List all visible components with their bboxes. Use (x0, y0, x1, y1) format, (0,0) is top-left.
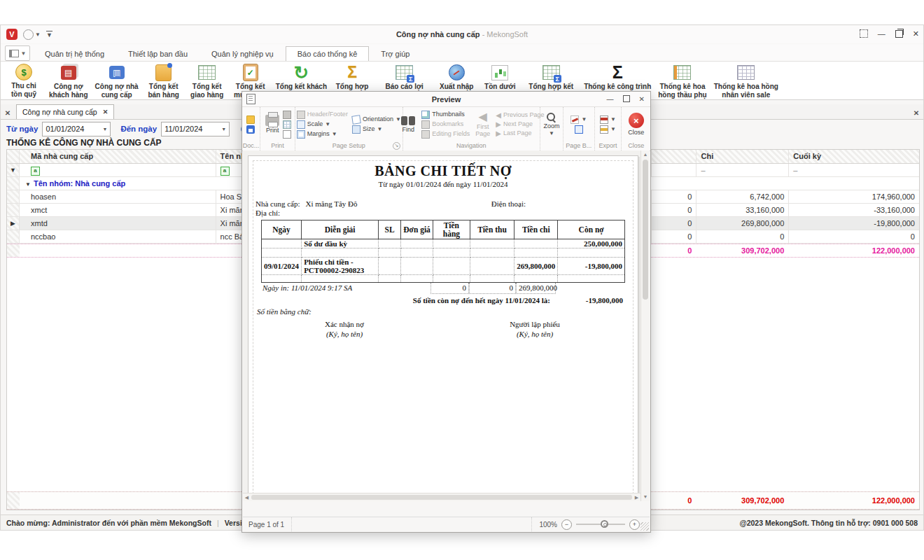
orientation-button[interactable]: Orientation ▼ (352, 115, 401, 124)
button-tong-ket-giao-hang[interactable]: Tổng kếtgiao hàng (186, 62, 229, 99)
resize-grip[interactable] (640, 522, 649, 531)
filter-dash: – (793, 166, 797, 174)
thu-cell: 0 (652, 230, 697, 243)
header-indicator-cell (7, 150, 20, 163)
close-document-button[interactable]: ✕ (909, 106, 923, 119)
zoom-label[interactable]: Zoom (543, 122, 559, 130)
close-tab-icon[interactable]: ✕ (103, 108, 108, 115)
size-label: Size (363, 125, 375, 133)
preview-maximize-button[interactable] (623, 95, 630, 102)
quick-print-icon[interactable] (283, 111, 291, 119)
tab-thiet-lap-ban-dau[interactable]: Thiết lập ban đầu (116, 46, 200, 61)
dialog-launcher-icon[interactable]: ↘ (393, 142, 400, 150)
close-window-button[interactable]: ✕ (913, 27, 919, 40)
report-title: BẢNG CHI TIẾT NỢ (255, 163, 631, 179)
restore-button[interactable] (895, 30, 903, 38)
horizontal-scrollbar[interactable]: ◀ ▶ (243, 493, 640, 501)
scroll-down-icon[interactable]: ▼ (641, 493, 650, 501)
export-document-button[interactable]: ▼ (600, 115, 616, 124)
column-header-ma-ncc[interactable]: Mã nhà cung cấp (20, 150, 216, 163)
column-header-chi[interactable]: Chi (696, 150, 789, 163)
tab-quan-ly-nghiep-vu[interactable]: Quản lý nghiệp vụ (200, 46, 286, 61)
chevron-down-icon[interactable]: ▼ (102, 127, 107, 132)
send-email-button[interactable]: ▼ (600, 125, 616, 134)
close-preview-label[interactable]: Close (628, 129, 644, 136)
scale-button[interactable]: Scale ▼ (297, 120, 348, 129)
watermark-button[interactable]: ▼ (570, 115, 587, 124)
preview-document-area: BẢNG CHI TIẾT NỢ Từ ngày 01/01/2024 đến … (243, 150, 650, 501)
margins-button[interactable]: Margins ▼ (297, 130, 348, 139)
thumbnails-button[interactable]: Thumbnails (421, 111, 470, 119)
close-all-tabs-button[interactable]: ✕ (1, 106, 15, 119)
layout-switch-button[interactable]: ▼ (5, 46, 30, 61)
last-page-button: ▶Last Page (496, 130, 544, 137)
column-header-thu[interactable] (652, 150, 697, 163)
filter-cell-chi[interactable]: – (696, 164, 789, 176)
thumbnails-icon (421, 111, 430, 119)
scrollbar-thumb[interactable] (251, 495, 632, 500)
preview-title-text: Preview (242, 95, 650, 104)
customize-qat-button[interactable]: ▼ (46, 31, 52, 38)
zoom-in-button[interactable]: + (629, 519, 640, 530)
qat-button[interactable]: ▼ (23, 29, 41, 40)
button-thu-chi-ton-quy[interactable]: Thu chitồn quỹ (2, 62, 46, 99)
minimize-button[interactable]: — (878, 27, 886, 40)
vertical-scrollbar[interactable]: ▲ ▼ (640, 150, 650, 501)
scrollbar-thumb[interactable] (643, 160, 648, 300)
print-selection-icon[interactable] (283, 120, 291, 129)
filter-cell-thu[interactable] (652, 164, 697, 176)
chevron-down-icon[interactable]: ▼ (549, 130, 554, 136)
button-hoa-hong-thau-phu[interactable]: Thống kê hoahồng thầu phụ (654, 62, 710, 99)
to-date-input[interactable]: 11/01/2024 ▼ (161, 122, 230, 136)
closing-balance-line: Số tiền còn nợ đến hết ngày 11/01/2024 l… (261, 296, 625, 304)
group-navigation: Find Thumbnails Bookmarks Editing Fields… (403, 107, 540, 150)
filter-cell-cuoiky[interactable]: – (789, 164, 919, 176)
close-preview-icon[interactable]: × (629, 113, 644, 128)
zoom-slider[interactable] (576, 524, 625, 525)
preview-close-button[interactable]: ✕ (639, 95, 645, 103)
column-header-cuoi-ky[interactable]: Cuối kỳ (789, 150, 919, 163)
fullscreen-button[interactable] (860, 29, 868, 38)
print-button[interactable]: Print (263, 115, 281, 134)
app-logo-icon[interactable]: V (6, 29, 18, 40)
size-button[interactable]: Size ▼ (352, 125, 401, 134)
scroll-up-icon[interactable]: ▲ (641, 150, 650, 159)
filter-cell-code[interactable]: a (20, 164, 216, 176)
button-cong-no-nha-cung-cap[interactable]: Công nợ nhàcung cấp (92, 62, 142, 99)
opening-balance-label: Số dư đầu kỳ (302, 239, 379, 248)
coins-icon (15, 64, 32, 80)
row-indicator (7, 230, 20, 243)
button-tong-ket-ban-hang[interactable]: Tổng kếtbán hàng (142, 62, 186, 99)
preview-minimize-button[interactable]: — (607, 95, 614, 103)
group-label-doc: Doc... (242, 141, 260, 150)
scroll-left-icon[interactable]: ◀ (243, 493, 251, 501)
filter-dash: – (701, 166, 705, 174)
group-close: × Close Close (622, 107, 650, 150)
from-date-input[interactable]: 01/01/2024 ▼ (42, 122, 111, 136)
page-setup-icon[interactable] (283, 130, 291, 139)
thumbnails-label: Thumbnails (432, 111, 465, 118)
preview-title-bar[interactable]: Preview — ✕ (242, 92, 650, 107)
btn-label: Tổng kết khách (276, 83, 327, 91)
open-document-icon[interactable] (246, 115, 255, 124)
zoom-out-button[interactable]: − (561, 519, 572, 530)
button-cong-no-khach-hang[interactable]: Công nợkhách hàng (46, 62, 92, 99)
zoom-slider-handle[interactable] (601, 520, 608, 528)
save-document-icon[interactable] (246, 125, 255, 134)
page-color-button[interactable] (575, 125, 583, 134)
cuoiky-cell: 174,960,000 (789, 190, 919, 203)
find-button[interactable]: Find (398, 116, 418, 133)
chevron-down-icon[interactable]: ▼ (221, 127, 226, 132)
tab-quan-tri-he-thong[interactable]: Quản trị hệ thống (33, 46, 116, 61)
tab-tro-giup[interactable]: Trợ giúp (369, 46, 421, 61)
scroll-right-icon[interactable]: ▶ (633, 493, 640, 501)
group-label-page-setup: Page Setup↘ (295, 141, 402, 150)
button-hoa-hong-nhan-vien-sale[interactable]: Thống kê hoa hồngnhân viên sale (710, 62, 782, 99)
group-label-page-background: Page B... (564, 141, 594, 150)
sign-right: Người lập phiếu (Ký, họ tên) (482, 320, 587, 338)
last-page-label: Last Page (503, 130, 532, 137)
thu-cell: 0 (652, 217, 697, 230)
collapse-arrow-icon[interactable]: ▼ (25, 181, 31, 188)
tab-bao-cao-thong-ke[interactable]: Báo cáo thống kê (286, 46, 370, 61)
tab-cong-no-nha-cung-cap[interactable]: Công nợ nhà cung cấp ✕ (16, 104, 114, 119)
